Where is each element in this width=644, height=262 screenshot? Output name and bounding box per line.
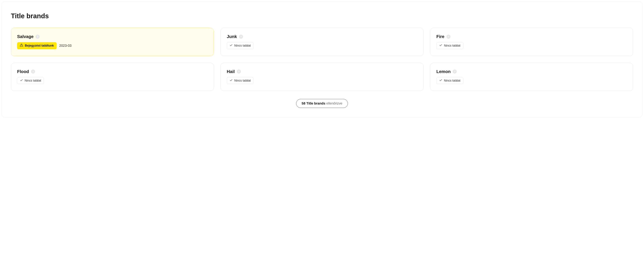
help-icon[interactable]: ? [237, 69, 241, 73]
status-badge-warning: Bejegyzést találtunk [17, 42, 56, 49]
status-row: Nincs találat [227, 42, 417, 49]
status-text: Nincs találat [25, 79, 41, 83]
check-icon [20, 79, 23, 83]
card-header: Fire? [436, 34, 627, 39]
card-title: Fire [436, 34, 444, 39]
status-badge-neutral: Nincs találat [436, 77, 463, 84]
status-row: Nincs találat [436, 77, 627, 84]
brand-card-hail: Hail?Nincs találat [220, 63, 424, 91]
section-title: Title brands [11, 12, 633, 20]
status-row: Nincs találat [436, 42, 627, 49]
status-text: Bejegyzést találtunk [25, 44, 54, 47]
status-text: Nincs találat [444, 44, 460, 47]
status-badge-neutral: Nincs találat [17, 77, 44, 84]
card-header: Flood? [17, 69, 208, 74]
summary-row: 58 Title brands ellenőrizve [11, 99, 633, 108]
warning-icon [20, 43, 23, 48]
card-header: Junk? [227, 34, 417, 39]
cards-grid: Salvage?Bejegyzést találtunk2023-03Junk?… [11, 28, 633, 91]
help-icon[interactable]: ? [36, 35, 40, 39]
status-text: Nincs találat [234, 79, 251, 83]
status-text: Nincs találat [444, 79, 460, 83]
status-badge-neutral: Nincs találat [436, 42, 463, 49]
brand-card-lemon: Lemon?Nincs találat [430, 63, 633, 91]
summary-count: 58 [302, 101, 306, 105]
help-icon[interactable]: ? [31, 69, 35, 73]
brand-card-junk: Junk?Nincs találat [220, 28, 424, 56]
check-icon [230, 79, 232, 83]
card-title: Junk [227, 34, 237, 39]
card-header: Salvage? [17, 34, 208, 39]
status-badge-neutral: Nincs találat [227, 42, 254, 49]
card-title: Hail [227, 69, 235, 74]
summary-label: Title brands [306, 101, 325, 105]
status-row: Nincs találat [227, 77, 417, 84]
card-header: Hail? [227, 69, 417, 74]
brand-card-flood: Flood?Nincs találat [11, 63, 214, 91]
status-badge-neutral: Nincs találat [227, 77, 254, 84]
card-title: Flood [17, 69, 29, 74]
card-title: Lemon [436, 69, 451, 74]
help-icon[interactable]: ? [239, 35, 243, 39]
status-row: Bejegyzést találtunk2023-03 [17, 42, 208, 49]
check-icon [230, 44, 232, 48]
status-date: 2023-03 [59, 44, 72, 47]
brand-card-fire: Fire?Nincs találat [430, 28, 633, 56]
title-brands-panel: Title brands Salvage?Bejegyzést találtun… [1, 1, 643, 117]
card-title: Salvage [17, 34, 34, 39]
summary-pill[interactable]: 58 Title brands ellenőrizve [296, 99, 348, 108]
card-header: Lemon? [436, 69, 627, 74]
brand-card-salvage: Salvage?Bejegyzést találtunk2023-03 [11, 28, 214, 56]
status-text: Nincs találat [234, 44, 251, 47]
check-icon [439, 44, 442, 48]
help-icon[interactable]: ? [446, 35, 450, 39]
summary-suffix: ellenőrizve [326, 101, 342, 105]
status-row: Nincs találat [17, 77, 208, 84]
help-icon[interactable]: ? [453, 69, 457, 73]
check-icon [439, 79, 442, 83]
